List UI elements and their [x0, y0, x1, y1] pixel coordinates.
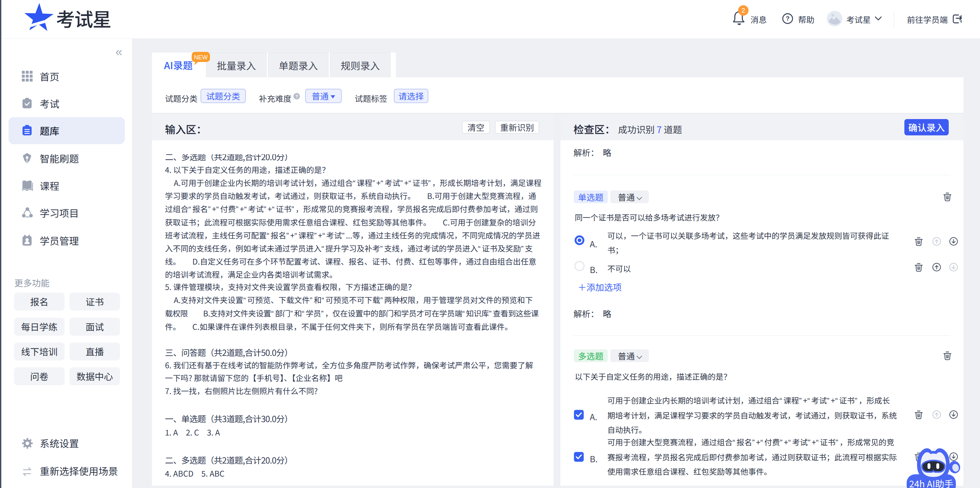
svg-text:?: ? [295, 94, 298, 99]
svg-text:?: ? [786, 15, 790, 22]
svg-text:NEW: NEW [194, 54, 208, 61]
